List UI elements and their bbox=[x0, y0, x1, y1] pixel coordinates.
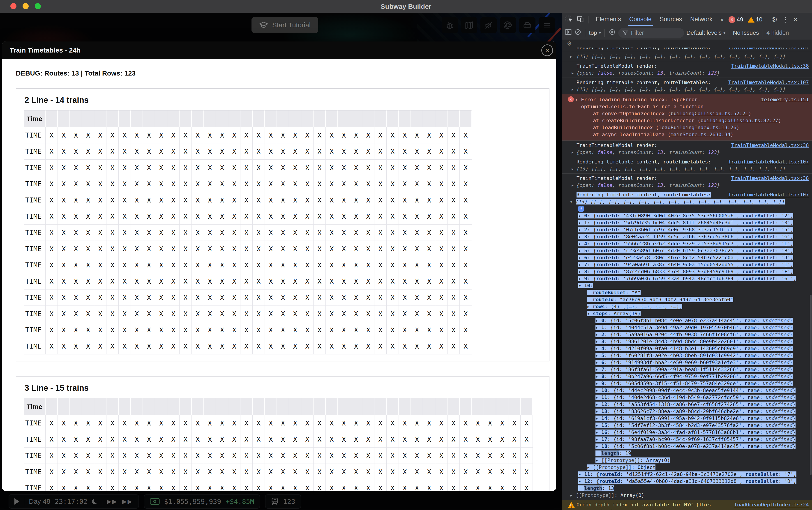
source-link[interactable]: TrainTimetableModal.tsx:107 bbox=[728, 79, 809, 86]
tree-line[interactable]: ▸7: {routeId: '94a0a691-a387-4b40-9d0a-f… bbox=[569, 261, 809, 268]
tree-line[interactable]: ▸14: {id: '619a1cf3-6991-495a-b942-0f911… bbox=[569, 415, 809, 422]
tree-line[interactable]: ▸4: {routeId: '5566228b-e262-4dde-9729-a… bbox=[569, 240, 809, 247]
source-link[interactable]: loadOceanDepthIndex.ts:24 bbox=[734, 501, 809, 508]
modal-close-button[interactable]: × bbox=[541, 44, 553, 56]
source-link[interactable]: TrainTimetableModal.tsx:107 bbox=[728, 158, 809, 165]
console-sidebar-toggle[interactable] bbox=[565, 28, 572, 37]
tree-line[interactable]: ▸16: {id: '6e4f019e-3a34-4fad-af81-57781… bbox=[569, 429, 809, 436]
tree-line[interactable]: ▸6: {routeId: 'e423a478-280c-4b7e-8cf2-5… bbox=[569, 254, 809, 261]
tree-line[interactable]: ▸0: {id: '5c06f8b1-b08c-4e0e-a078-e237a4… bbox=[569, 317, 809, 324]
console-warning-message[interactable]: ▸Ocean depth index not available for NYC… bbox=[562, 500, 812, 510]
tree-line[interactable]: ▾10: bbox=[569, 282, 809, 289]
timetable-cell: X bbox=[131, 127, 143, 143]
console-message[interactable]: TrainTimetableModal render:TrainTimetabl… bbox=[562, 61, 812, 78]
tab-elements[interactable]: Elements bbox=[591, 13, 625, 26]
console-message[interactable]: Rendering timetable content, routeTimeta… bbox=[562, 78, 812, 94]
tree-line[interactable]: ▸1: {routeId: '5d79d735-bc04-4dd5-81ff-2… bbox=[569, 219, 809, 226]
tree-line[interactable]: ▸12: {id: 'a553fd54-1318-4a86-b6e7-cf658… bbox=[569, 401, 809, 408]
tree-line[interactable]: ▸15: {id: '5df7ef12-3b3f-4584-b2d3-e97e4… bbox=[569, 422, 809, 429]
source-link[interactable]: buildingCollision.ts:52:21 bbox=[671, 111, 748, 116]
timetable-cell: X bbox=[435, 192, 447, 208]
tree-line[interactable]: i bbox=[569, 205, 809, 212]
tab-console[interactable]: Console bbox=[625, 13, 656, 26]
console-object-preview[interactable]: ▸(13) [{…}, {…}, {…}, {…}, {…}, {…}, {…}… bbox=[577, 165, 809, 172]
console-message[interactable]: ▸(13) [{…}, {…}, {…}, {…}, {…}, {…}, {…}… bbox=[562, 52, 812, 61]
console-settings-gear-button[interactable]: ⚙ bbox=[565, 40, 573, 47]
device-toolbar-button[interactable] bbox=[576, 15, 585, 24]
tree-line[interactable]: ▸12: {routeId: 'da5a55e4-0b80-4dad-a31d-… bbox=[569, 478, 809, 485]
tree-line[interactable]: ▸11: {id: '40de2d68-c36d-419d-b549-6a277… bbox=[569, 394, 809, 401]
tree-line[interactable]: ▸9: {routeId: '76b9a036-6759-43a4-b94a-4… bbox=[569, 275, 809, 282]
devtools-kebab-menu-button[interactable]: ⋮ bbox=[781, 16, 790, 24]
timetable-cell: X bbox=[46, 257, 58, 273]
tree-line[interactable]: ▾stops: Array(19) bbox=[569, 310, 809, 317]
hidden-messages-count[interactable]: 4 hidden bbox=[766, 29, 789, 36]
console-object-preview[interactable]: ▸{open: false, routesCount: 13, trainsCo… bbox=[577, 182, 809, 189]
tree-line[interactable]: ▸11: {routeId: 'd1251ff2-62c1-42a8-94ba-… bbox=[569, 471, 809, 478]
tree-line[interactable]: ▸17: {id: '98faa7a0-bc90-454c-9f69-1637c… bbox=[569, 436, 809, 443]
tree-line[interactable]: ▸10: {id: 'd4ec2098-09df-4ecc-9c3b-8eeac… bbox=[569, 387, 809, 394]
console-message[interactable]: TrainTimetableModal render:TrainTimetabl… bbox=[562, 141, 812, 157]
tree-line[interactable]: ▸0: {routeId: '43fc0890-3d0d-402e-8e75-5… bbox=[569, 212, 809, 219]
tree-line[interactable]: ▸[[Prototype]]: Array(0) bbox=[569, 492, 809, 499]
console-message[interactable]: Rendering timetable content, routeTimeta… bbox=[562, 48, 812, 52]
console-expanded-message[interactable]: Rendering timetable content, routeTimeta… bbox=[562, 190, 812, 500]
tree-line[interactable]: ▸[[Prototype]]: Array(0) bbox=[569, 457, 809, 464]
tree-line[interactable]: ▸6: {id: '914993df-bba2-4e50-9e69-b60f93… bbox=[569, 359, 809, 366]
source-link[interactable]: mainStore.ts:2630:34 bbox=[671, 132, 730, 137]
console-error-message[interactable]: ×▸Error loading building index: TypeErro… bbox=[562, 94, 812, 141]
tree-line[interactable]: ▸4: {id: 'd210f09a-0fa0-4148-b3e1-143605… bbox=[569, 345, 809, 352]
tab-network[interactable]: Network bbox=[686, 13, 717, 26]
more-tabs-icon[interactable]: » bbox=[718, 16, 726, 23]
tree-line[interactable]: ▸13: {id: '83626c72-88ea-4a89-b8cd-29bf6… bbox=[569, 408, 809, 415]
tree-line[interactable]: ▸3: {id: '9861201e-84d3-4b9d-8bdc-80e9b4… bbox=[569, 338, 809, 345]
tree-line[interactable]: ▸5: {routeId: 'c23e589d-607c-4d20-bf59-0… bbox=[569, 247, 809, 254]
error-count-badge[interactable]: × 49 bbox=[727, 16, 745, 23]
devtools-settings-button[interactable]: ⚙ bbox=[770, 16, 779, 24]
warning-count-badge[interactable]: 10 bbox=[746, 16, 764, 23]
tree-line[interactable]: ▸7: {id: '86f8fa61-590a-491a-bea8-1f5114… bbox=[569, 366, 809, 373]
tree-line[interactable]: ▸[[Prototype]]: Object bbox=[569, 464, 809, 471]
tree-line[interactable]: ▸5: {id: 'f60281f8-a02e-4b03-8beb-891d03… bbox=[569, 352, 809, 359]
tree-line[interactable]: ▸2: {routeId: '07cb3b0d-7797-4e0c-9368-3… bbox=[569, 226, 809, 233]
tree-line[interactable]: length: 13 bbox=[569, 485, 809, 492]
live-expression-button[interactable] bbox=[608, 28, 616, 37]
inspect-element-button[interactable] bbox=[564, 15, 574, 24]
tab-sources[interactable]: Sources bbox=[656, 13, 686, 26]
tree-line[interactable]: length: 19 bbox=[569, 450, 809, 457]
tree-line[interactable]: ▸8: {id: '0b247a96-66d5-4f9c-9759-9ef771… bbox=[569, 373, 809, 380]
console-message[interactable]: TrainTimetableModal render:TrainTimetabl… bbox=[562, 173, 812, 190]
tree-line[interactable]: ▸rows: (4) [{…}, {…}, {…}, {…}] bbox=[569, 303, 809, 310]
source-link[interactable]: loadBuildingIndex.ts:13:26 bbox=[659, 125, 736, 130]
log-levels-selector[interactable]: Default levels ▾ bbox=[686, 29, 725, 36]
issues-counter[interactable]: No Issues bbox=[733, 29, 759, 36]
devtools-close-button[interactable]: × bbox=[792, 16, 799, 24]
console-object-preview[interactable]: ▸(13) [{…}, {…}, {…}, {…}, {…}, {…}, {…}… bbox=[577, 86, 809, 93]
console-filter-input[interactable]: Filter bbox=[618, 28, 684, 38]
source-link[interactable]: TrainTimetableModal.tsx:107 bbox=[728, 48, 809, 51]
clear-console-button[interactable] bbox=[574, 28, 581, 37]
source-link[interactable]: TrainTimetableModal.tsx:38 bbox=[731, 175, 809, 182]
column-header-cell bbox=[411, 111, 423, 127]
source-link[interactable]: TrainTimetableModal.tsx:38 bbox=[731, 62, 809, 69]
source-link[interactable]: TrainTimetableModal.tsx:38 bbox=[731, 142, 809, 149]
tree-line[interactable]: routeId: "ac78e930-9df3-40f2-949c-6413ee… bbox=[569, 296, 809, 303]
console-object-preview[interactable]: ▸{open: false, routesCount: 13, trainsCo… bbox=[577, 69, 809, 77]
tree-line[interactable]: ▸1: {id: '4044c51a-3e9d-49a2-a9d0-197055… bbox=[569, 324, 809, 331]
timetable-cell: X bbox=[167, 257, 179, 273]
source-link[interactable]: buildingCollision.ts:82:27 bbox=[701, 118, 778, 123]
tree-line[interactable]: ▸3: {routeId: '8e04aa24-f159-4c5c-afb6-3… bbox=[569, 233, 809, 240]
tree-line[interactable]: ▸18: {id: '5c06f8b1-b08c-4e0e-a078-e237a… bbox=[569, 443, 809, 450]
tree-line[interactable]: ▸9: {id: '605d859b-3f15-4f51-8479-757a84… bbox=[569, 380, 809, 387]
context-selector[interactable]: top ▾ bbox=[589, 29, 601, 36]
source-link[interactable]: TrainTimetableModal.tsx:107 bbox=[728, 191, 809, 198]
console-object-preview[interactable]: ▸{open: false, routesCount: 13, trainsCo… bbox=[577, 149, 809, 156]
tree-line[interactable]: ▾(13) [{…}, {…}, {…}, {…}, {…}, {…}, {…}… bbox=[569, 198, 809, 205]
tree-line[interactable]: routeBullet: "A" bbox=[569, 289, 809, 296]
source-link[interactable]: telemetry.ts:151 bbox=[761, 96, 809, 103]
tree-line[interactable]: ▸2: {id: '5a9a016a-020c-44fb-9038-7c66f1… bbox=[569, 331, 809, 338]
tree-line[interactable]: ▸8: {routeId: '87c4cd06-6833-47e4-8093-9… bbox=[569, 268, 809, 275]
console-scrollbar[interactable] bbox=[810, 295, 812, 475]
column-header-cell bbox=[496, 398, 509, 415]
console-message[interactable]: Rendering timetable content, routeTimeta… bbox=[562, 157, 812, 173]
